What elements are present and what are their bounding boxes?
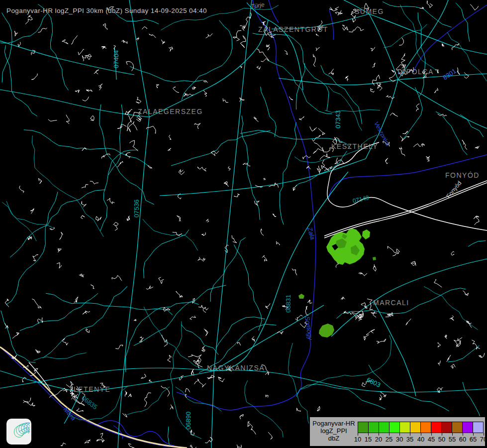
- village-outline: [263, 178, 265, 180]
- village-outline: [96, 217, 101, 222]
- village-outline: [79, 274, 84, 277]
- village-outline: [127, 216, 130, 221]
- village-outline: [107, 198, 114, 204]
- main-road-line: [149, 20, 268, 117]
- village-outline: [62, 40, 68, 44]
- village-outline: [48, 119, 57, 121]
- legend-tick-value: 20: [375, 436, 382, 443]
- legend-color-cell: [421, 422, 431, 433]
- village-outline: [313, 54, 316, 67]
- village-outline: [159, 277, 164, 284]
- water-label: Türje: [250, 1, 265, 10]
- village-outline: [406, 319, 411, 325]
- legend-color-cell: [369, 422, 379, 433]
- legend-color-cell: [473, 422, 483, 433]
- village-outline: [427, 1, 433, 8]
- village-outline: [237, 445, 241, 448]
- village-outline: [434, 88, 438, 93]
- water-label: Somogy: [303, 316, 314, 341]
- village-outline: [121, 40, 127, 44]
- main-road-line: [214, 0, 252, 371]
- village-outline: [372, 75, 380, 86]
- radar-echo-blob: [362, 229, 370, 239]
- village-outline: [203, 90, 207, 97]
- road-line: [176, 387, 222, 411]
- road-line: [216, 317, 265, 348]
- village-outline: [313, 142, 324, 153]
- village-outline: [361, 303, 368, 309]
- village-outline: [243, 163, 250, 166]
- shore-road-line: [327, 142, 487, 230]
- village-outline: [144, 393, 151, 407]
- shore-road-line: [29, 362, 50, 390]
- village-outline: [371, 312, 377, 318]
- village-outline: [128, 394, 132, 397]
- village-outline: [357, 311, 363, 321]
- village-outline: [168, 355, 172, 362]
- village-outline: [254, 201, 259, 205]
- village-outline: [75, 90, 80, 93]
- road-number-label: 07149: [352, 194, 370, 205]
- city-label: MARCALI: [373, 299, 409, 307]
- village-outline: [78, 49, 84, 55]
- road-line: [448, 345, 479, 362]
- road-line: [38, 4, 68, 90]
- road-line: [181, 325, 218, 355]
- village-outline: [74, 297, 78, 302]
- village-outline: [101, 46, 106, 49]
- village-outline: [240, 415, 243, 419]
- road-number-label: 06890: [185, 412, 192, 430]
- legend-radar-name: Poganyvar-HR: [312, 420, 356, 427]
- road-line: [418, 12, 425, 97]
- water-label: Fonyód: [445, 180, 463, 200]
- village-outline: [98, 84, 102, 90]
- village-outline: [317, 166, 321, 174]
- village-outline: [162, 335, 167, 347]
- village-outline: [196, 358, 202, 367]
- legend-color-cell: [358, 422, 369, 433]
- village-outline: [257, 66, 261, 70]
- radar-product-title: Poganyvar-HR logZ_PPI 30km (dbZ) Sunday …: [6, 7, 207, 14]
- main-road-line: [369, 14, 398, 80]
- village-outline: [467, 321, 472, 328]
- village-outline: [277, 332, 284, 334]
- village-outline: [464, 73, 469, 79]
- legend-tick-value: 65: [470, 436, 477, 443]
- village-outline: [206, 33, 213, 38]
- legend-color-cell: [400, 422, 410, 433]
- river-line: [329, 10, 334, 40]
- village-outline: [299, 116, 304, 120]
- village-outline: [85, 440, 91, 443]
- village-outline: [169, 135, 172, 139]
- village-outline: [25, 15, 32, 24]
- road-line: [383, 1, 452, 27]
- road-line: [401, 87, 422, 141]
- village-outline: [224, 182, 228, 187]
- village-outline: [479, 353, 485, 358]
- main-road-line: [398, 80, 487, 128]
- spiral-logo-icon: [8, 420, 30, 443]
- village-outline: [318, 128, 325, 135]
- legend-tick-value: 50: [438, 436, 445, 443]
- village-outline: [91, 285, 94, 289]
- village-outline: [81, 216, 85, 219]
- village-outline: [23, 400, 35, 406]
- village-outline: [457, 68, 460, 75]
- road-line: [134, 285, 226, 345]
- village-outline: [386, 158, 388, 164]
- village-outline: [149, 380, 152, 382]
- village-outline: [211, 151, 219, 156]
- village-outline: [169, 47, 173, 51]
- village-outline: [170, 405, 173, 410]
- village-outline: [341, 297, 345, 300]
- village-outline: [240, 67, 242, 68]
- village-outline: [86, 90, 92, 92]
- village-outline: [148, 166, 152, 168]
- village-outline: [451, 364, 455, 369]
- legend-tick-value: 55: [449, 436, 456, 443]
- river-line: [253, 0, 316, 339]
- village-outline: [254, 116, 259, 121]
- road-line: [100, 150, 138, 231]
- village-outline: [252, 336, 255, 341]
- village-outline: [117, 161, 123, 167]
